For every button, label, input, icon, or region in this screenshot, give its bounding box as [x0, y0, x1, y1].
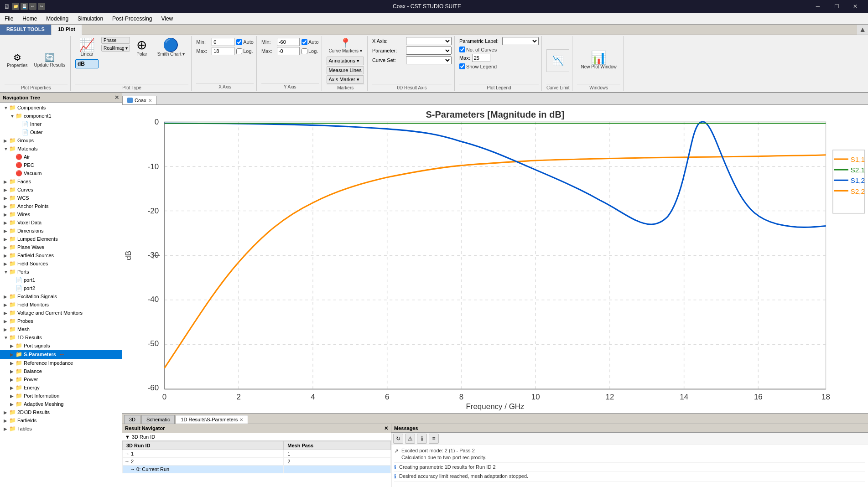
- measure-lines-button[interactable]: Measure Lines: [327, 66, 364, 74]
- tree-item[interactable]: ▶📁Adaptive Meshing: [0, 400, 122, 408]
- tab-1d-plot[interactable]: 1D Plot: [52, 25, 82, 35]
- tree-item[interactable]: ▶📁Power: [0, 375, 122, 383]
- update-results-button[interactable]: 🔄 Update Results: [32, 52, 68, 69]
- realimag-button[interactable]: Real/Imag ▾: [101, 45, 130, 52]
- db-button[interactable]: dB: [75, 59, 99, 68]
- new-plot-window-button[interactable]: 📊 New Plot Window: [577, 50, 620, 71]
- tree-item[interactable]: ▼📁1D Results: [0, 333, 122, 342]
- x-auto-checkbox[interactable]: [236, 39, 242, 45]
- x-max-input[interactable]: [212, 47, 234, 55]
- ribbon-collapse-button[interactable]: ▲: [857, 25, 868, 35]
- menu-home[interactable]: Home: [18, 14, 42, 24]
- coax-tab-close[interactable]: ✕: [148, 98, 152, 103]
- tree-item[interactable]: ▶📁Balance: [0, 367, 122, 375]
- tree-item[interactable]: ▶📁Field Sources: [0, 259, 122, 268]
- tree-item[interactable]: ▶📁Port signals: [0, 342, 122, 350]
- menu-post-processing[interactable]: Post-Processing: [108, 14, 156, 24]
- tree-item[interactable]: 📄port2: [0, 284, 122, 292]
- polar-button[interactable]: ⊕ Polar: [133, 37, 151, 58]
- tree-item[interactable]: ▶📁Farfields: [0, 416, 122, 425]
- tree-item[interactable]: ▶📁Groups: [0, 136, 122, 145]
- tab-1d-results-sparams[interactable]: 1D Results\S-Parameters ✕: [176, 415, 248, 424]
- curve-markers-button[interactable]: 📍 Curve Markers ▾: [327, 37, 364, 55]
- msg-warning-button[interactable]: ⚠: [405, 434, 415, 444]
- open-icon[interactable]: 📁: [12, 3, 19, 10]
- tree-item[interactable]: 🔴PEC: [0, 161, 122, 169]
- menu-simulation[interactable]: Simulation: [73, 14, 108, 24]
- tree-item[interactable]: ▶📁Port Information: [0, 392, 122, 400]
- tree-item[interactable]: ▶📁Tables: [0, 425, 122, 433]
- tree-item[interactable]: ▶📁Curves: [0, 186, 122, 194]
- tree-item[interactable]: ▶📁Voxel Data: [0, 218, 122, 227]
- y-min-input[interactable]: [277, 38, 300, 46]
- y-max-input[interactable]: [277, 47, 300, 55]
- undo-icon[interactable]: ↩: [29, 3, 36, 10]
- axis-marker-button[interactable]: Axis Marker ▾: [327, 75, 364, 84]
- x-log-checkbox[interactable]: [236, 48, 242, 54]
- tree-item[interactable]: ▶📁Field Monitors: [0, 300, 122, 309]
- tree-item[interactable]: ▶📁Lumped Elements: [0, 235, 122, 243]
- 1d-results-tab-close[interactable]: ✕: [239, 417, 243, 422]
- tree-item[interactable]: ▶📁Excitation Signals: [0, 292, 122, 300]
- nav-tree-close-button[interactable]: ✕: [114, 94, 119, 101]
- tree-item[interactable]: 📄Outer: [0, 128, 122, 136]
- parametric-label-select[interactable]: [502, 37, 539, 45]
- tree-item[interactable]: ▶📁Reference Impedance: [0, 359, 122, 367]
- tree-item[interactable]: ▶📁2D/3D Results: [0, 408, 122, 416]
- save-icon[interactable]: 💾: [21, 3, 28, 10]
- msg-filter-button[interactable]: ≡: [429, 434, 439, 444]
- tree-item[interactable]: ▶📁Anchor Points: [0, 202, 122, 210]
- y-auto-checkbox[interactable]: [301, 39, 307, 45]
- tree-item[interactable]: ▶📁Faces: [0, 177, 122, 186]
- smith-chart-button[interactable]: 🔵 Smith Chart ▾: [154, 37, 189, 58]
- y-log-checkbox[interactable]: [301, 48, 307, 54]
- close-button[interactable]: ✕: [846, 0, 864, 13]
- tab-result-tools[interactable]: RESULT TOOLS: [0, 25, 52, 35]
- tree-item[interactable]: 🔴Vacuum: [0, 169, 122, 177]
- menu-modeling[interactable]: Modeling: [42, 14, 73, 24]
- menu-view[interactable]: View: [156, 14, 177, 24]
- curve-set-select[interactable]: [406, 56, 452, 64]
- tree-item[interactable]: ▼📁Materials: [0, 145, 122, 153]
- menu-file[interactable]: File: [0, 14, 18, 24]
- tree-item[interactable]: ▼📁component1: [0, 112, 122, 120]
- nav-tree-content[interactable]: ▼📁Components▼📁component1📄Inner📄Outer▶📁Gr…: [0, 103, 122, 487]
- no-of-curves-checkbox[interactable]: [459, 47, 465, 52]
- tree-item[interactable]: 📄Inner: [0, 120, 122, 128]
- tree-item[interactable]: ▼📁Ports: [0, 268, 122, 276]
- tree-item[interactable]: ▼📁Components: [0, 104, 122, 112]
- tab-schematic[interactable]: Schematic: [141, 415, 175, 424]
- parameter-select[interactable]: [406, 47, 452, 55]
- maximize-button[interactable]: ☐: [827, 0, 846, 13]
- tree-item[interactable]: ▶📁WCS: [0, 194, 122, 202]
- table-row[interactable]: → 0: Current Run: [123, 466, 391, 473]
- tree-item[interactable]: ▶📁Voltage and Current Monitors: [0, 309, 122, 317]
- tree-item[interactable]: 🔴Air: [0, 153, 122, 161]
- properties-button[interactable]: ⚙ Properties: [5, 52, 30, 69]
- linear-button[interactable]: 📈 Linear: [75, 37, 99, 58]
- x-min-input[interactable]: [212, 38, 234, 46]
- tree-item[interactable]: ▶📁Probes: [0, 317, 122, 325]
- table-row[interactable]: → 11: [123, 450, 391, 458]
- msg-refresh-button[interactable]: ↻: [393, 434, 403, 444]
- tree-item[interactable]: ▶📁Farfield Sources: [0, 251, 122, 259]
- redo-icon[interactable]: ↪: [38, 3, 45, 10]
- tree-item[interactable]: ▶📁S-Parameters←: [0, 350, 122, 359]
- minimize-button[interactable]: ─: [809, 0, 827, 13]
- tree-item[interactable]: ▶📁Mesh: [0, 325, 122, 333]
- tab-3d[interactable]: 3D: [124, 415, 140, 424]
- tree-item[interactable]: 📄port1: [0, 276, 122, 284]
- tree-item[interactable]: ▶📁Wires: [0, 210, 122, 218]
- tree-item[interactable]: ▶📁Dimensions: [0, 227, 122, 235]
- x-axis-select[interactable]: [406, 37, 452, 45]
- result-nav-close[interactable]: ✕: [384, 425, 388, 431]
- msg-info-button[interactable]: ℹ: [417, 434, 427, 444]
- table-row[interactable]: → 22: [123, 458, 391, 466]
- plot-tab-coax[interactable]: Coax ✕: [122, 96, 157, 104]
- show-legend-checkbox[interactable]: [459, 63, 465, 69]
- annotations-button[interactable]: Annotations ▾: [327, 57, 364, 65]
- phase-button[interactable]: Phase: [101, 37, 130, 44]
- tree-item[interactable]: ▶📁Plane Wave: [0, 243, 122, 251]
- max-curves-input[interactable]: [472, 54, 490, 62]
- tree-item[interactable]: ▶📁Energy: [0, 383, 122, 392]
